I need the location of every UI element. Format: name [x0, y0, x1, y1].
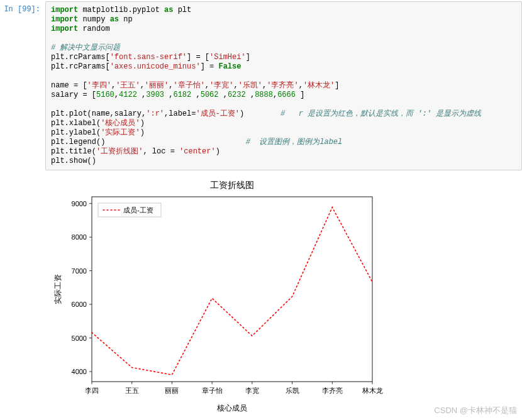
code-token: ): [140, 128, 145, 137]
code-token: '李四': [87, 81, 111, 90]
code-token: False: [218, 62, 241, 71]
code-token: # r 是设置为红色，默认是实线，而 ':' 是显示为虚线: [280, 109, 481, 118]
code-token: import: [51, 25, 78, 33]
code-token: ,: [137, 91, 146, 99]
code-token: salary = [: [51, 91, 96, 99]
ylabel: 实际工资: [53, 274, 62, 304]
code-token: # 解决中文显示问题: [51, 43, 120, 52]
code-token: '章子怡': [173, 81, 204, 90]
series-line: [92, 207, 372, 375]
watermark: CSDN @卡林神不是猫: [434, 405, 517, 416]
xtick-label: 丽丽: [165, 387, 179, 394]
code-token: ]: [335, 81, 339, 90]
code-token: ,: [140, 81, 145, 90]
ytick-label: 8000: [72, 233, 87, 241]
code-token: # 设置图例，图例为label: [246, 138, 343, 146]
xtick-label: 章子怡: [202, 387, 223, 394]
code-input-area[interactable]: import matplotlib.pyplot as plt import n…: [45, 1, 522, 170]
code-token: '乐凯': [238, 81, 262, 90]
code-token: plt.title(: [51, 147, 96, 156]
cell-output: 工资折线图400050006000700080009000李四王五丽丽章子怡李宽…: [0, 172, 522, 418]
xtick-label: 李齐亮: [322, 387, 343, 394]
code-token: '丽丽': [145, 81, 169, 90]
code-token: ,: [246, 91, 255, 99]
code-token: 'font.sans-serif': [110, 53, 187, 62]
ytick-label: 7000: [72, 267, 87, 275]
code-token: ): [216, 147, 220, 156]
code-token: , loc =: [143, 147, 179, 156]
chart-title: 工资折线图: [210, 180, 254, 190]
code-token: ,: [219, 91, 228, 99]
code-token: ): [240, 109, 280, 118]
code-token: '王五': [116, 81, 140, 90]
xtick-label: 李宽: [245, 387, 259, 394]
code-token: ] = [: [187, 53, 209, 62]
code-token: as: [164, 6, 173, 14]
code-token: plt: [173, 6, 191, 14]
code-token: ,: [233, 81, 238, 90]
ytick-label: 5000: [72, 334, 87, 342]
xtick-label: 李四: [85, 387, 99, 394]
ytick-label: 6000: [72, 301, 87, 308]
chart-container: 工资折线图400050006000700080009000李四王五丽丽章子怡李宽…: [45, 177, 385, 418]
code-token: 'axes.unicode_minus': [110, 62, 201, 71]
code-token: 8888: [255, 91, 273, 99]
code-token: '李宽': [209, 81, 233, 90]
code-token: ,: [299, 81, 303, 90]
code-token: ,: [205, 81, 209, 90]
cell-prompt: In [99]:: [0, 1, 45, 170]
plot-frame: [92, 197, 372, 382]
code-token: '林木龙': [303, 81, 335, 90]
code-token: random: [78, 25, 109, 33]
xlabel: 核心成员: [216, 404, 247, 412]
legend-label: 成员-工资: [123, 206, 153, 214]
code-token: 5160: [96, 91, 114, 99]
code-token: 5062: [201, 91, 219, 99]
code-token: plt.ylabel(: [51, 128, 101, 137]
notebook-cell: In [99]: import matplotlib.pyplot as plt…: [0, 0, 522, 172]
code-token: ,label=: [164, 109, 196, 118]
code-token: ): [140, 119, 145, 128]
code-token: '工资折线图': [96, 147, 143, 156]
code-token: 6666: [277, 91, 296, 99]
code-token: ,: [114, 91, 119, 99]
code-token: '李齐亮': [267, 81, 298, 90]
code-token: numpy: [78, 15, 109, 24]
code-token: plt.rcParams[: [51, 53, 110, 62]
code-token: plt.plot(name,salary,: [51, 109, 146, 118]
code-token: plt.rcParams[: [51, 62, 110, 71]
ytick-label: 9000: [72, 200, 87, 207]
code-token: ,: [164, 91, 173, 99]
code-token: ]: [296, 91, 304, 99]
code-token: 4122: [119, 91, 137, 99]
code-token: plt.legend(): [51, 138, 246, 146]
code-token: 'SimHei': [209, 53, 246, 62]
code-token: matplotlib.pyplot: [78, 6, 164, 14]
line-chart: 工资折线图400050006000700080009000李四王五丽丽章子怡李宽…: [45, 177, 385, 416]
code-token: ]: [246, 53, 250, 62]
code-token: import: [51, 6, 78, 14]
code-token: 6232: [228, 91, 246, 99]
code-token: '实际工资': [101, 128, 140, 137]
code-token: 3903: [146, 91, 164, 99]
code-token: np: [119, 15, 133, 24]
code-token: as: [110, 15, 119, 24]
ytick-label: 4000: [72, 368, 87, 375]
xtick-label: 林木龙: [362, 387, 383, 394]
xtick-label: 王五: [125, 387, 139, 394]
code-token: 'center': [179, 147, 216, 156]
code-token: '成员-工资': [196, 109, 240, 118]
code-token: import: [51, 15, 78, 24]
code-token: plt.xlabel(: [51, 119, 101, 128]
xtick-label: 乐凯: [286, 387, 299, 394]
code-token: ':r': [146, 109, 164, 118]
code-token: '核心成员': [101, 119, 140, 128]
code-token: name = [: [51, 81, 87, 90]
code-token: ] =: [201, 62, 219, 71]
code-token: plt.show(): [51, 157, 96, 165]
code-token: ,: [191, 91, 200, 99]
code-token: 6182: [173, 91, 191, 99]
